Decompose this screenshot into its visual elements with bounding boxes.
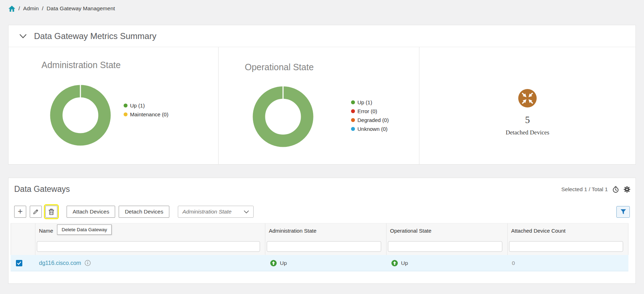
legend-dot-up <box>351 100 355 104</box>
legend-item: Up (1) <box>124 102 168 109</box>
breadcrumb-item-current: Data Gateway Management <box>47 5 115 12</box>
dropdown-selected-value: Administration State <box>182 209 232 215</box>
legend-dot-degraded <box>351 118 355 122</box>
administration-state-section: Administration State Up (1) Maintenance … <box>9 47 218 164</box>
metrics-body: Administration State Up (1) Maintenance … <box>9 47 635 164</box>
legend-label: Degraded (0) <box>357 117 389 123</box>
legend-dot-up <box>124 104 128 107</box>
checkbox-column-header <box>11 223 35 238</box>
admin-state-value: Up <box>280 260 287 266</box>
edit-gateway-button[interactable] <box>30 206 42 218</box>
oper-state-value: Up <box>401 260 408 266</box>
legend-item: Up (1) <box>351 99 389 105</box>
delete-tooltip: Delete Data Gateway <box>57 224 112 235</box>
name-filter-input[interactable] <box>37 241 260 252</box>
legend-label: Error (0) <box>357 108 377 114</box>
legend-dot-maintenance <box>124 112 128 116</box>
column-header-attached-count: Attached Device Count <box>508 223 628 238</box>
attached-count-filter-input[interactable] <box>509 241 623 252</box>
delete-gateway-button[interactable] <box>45 206 57 218</box>
gateways-toolbar: + Attach Devices Detach Devices Administ… <box>9 205 635 218</box>
trash-icon <box>48 208 55 215</box>
data-gateways-title: Data Gateways <box>14 184 70 194</box>
data-gateways-panel: Data Gateways Selected 1 / Total 1 <box>8 178 636 284</box>
operational-state-legend: Up (1) Error (0) Degraded (0) Unknown (0… <box>351 99 389 135</box>
selection-summary: Selected 1 / Total 1 <box>561 186 608 193</box>
legend-label: Maintenance (0) <box>130 111 168 117</box>
legend-dot-error <box>351 109 355 113</box>
attach-devices-button[interactable]: Attach Devices <box>67 206 115 218</box>
administration-state-donut-chart <box>50 85 111 147</box>
plus-icon: + <box>18 207 23 216</box>
metrics-summary-title: Data Gateway Metrics Summary <box>34 31 156 41</box>
legend-item: Unknown (0) <box>351 126 389 132</box>
breadcrumb-separator: / <box>42 5 43 12</box>
add-gateway-button[interactable]: + <box>14 206 26 218</box>
column-header-admin-state: Administration State <box>265 223 386 238</box>
operational-state-section: Operational State Up (1) Error (0) <box>218 47 419 164</box>
home-icon[interactable] <box>9 6 15 12</box>
detached-devices-stat: 5 Detached Devices <box>419 89 635 136</box>
administration-state-dropdown[interactable]: Administration State <box>178 206 254 218</box>
gateway-name-link[interactable]: dg116.cisco.com <box>39 260 81 266</box>
filter-funnel-icon <box>620 209 626 215</box>
detached-devices-count: 5 <box>419 115 635 126</box>
administration-state-legend: Up (1) Maintenance (0) <box>124 102 168 120</box>
legend-item: Degraded (0) <box>351 117 389 123</box>
row-checkbox-checked[interactable] <box>16 260 22 266</box>
oper-state-filter-input[interactable] <box>388 241 502 252</box>
metrics-summary-header: Data Gateway Metrics Summary <box>9 25 635 47</box>
gear-icon[interactable] <box>623 186 631 193</box>
operational-state-title: Operational State <box>245 62 314 72</box>
table-filter-row <box>11 238 628 255</box>
info-icon[interactable] <box>85 260 91 266</box>
legend-item: Error (0) <box>351 108 389 114</box>
breadcrumb-separator: / <box>18 5 20 12</box>
legend-label: Up (1) <box>357 99 372 105</box>
chevron-down-icon <box>244 210 249 213</box>
detached-devices-section: 5 Detached Devices <box>419 47 635 164</box>
legend-label: Up (1) <box>130 102 145 109</box>
detach-devices-button[interactable]: Detach Devices <box>119 206 169 218</box>
metrics-summary-panel: Data Gateway Metrics Summary Administrat… <box>8 25 636 165</box>
table-row: dg116.cisco.com Up <box>11 255 628 271</box>
detached-devices-label: Detached Devices <box>419 129 635 136</box>
legend-item: Maintenance (0) <box>124 111 168 117</box>
legend-label: Unknown (0) <box>357 126 388 132</box>
breadcrumb-item-admin[interactable]: Admin <box>23 5 39 12</box>
column-header-oper-state: Operational State <box>386 223 508 238</box>
legend-dot-unknown <box>351 127 355 131</box>
breadcrumb: / Admin / Data Gateway Management <box>0 0 644 16</box>
state-up-icon <box>270 260 277 266</box>
operational-state-donut-chart <box>253 86 313 149</box>
state-up-icon <box>391 260 398 266</box>
data-gateways-header: Data Gateways Selected 1 / Total 1 <box>9 178 635 194</box>
collapse-chevron-down-icon[interactable] <box>19 34 27 39</box>
administration-state-title: Administration State <box>41 60 121 70</box>
admin-state-filter-input[interactable] <box>267 241 381 252</box>
attached-device-count-value: 0 <box>512 260 515 266</box>
checkbox-filter-cell <box>11 238 35 255</box>
detached-devices-icon <box>518 89 537 107</box>
pencil-icon <box>33 209 39 215</box>
filter-button[interactable] <box>616 206 630 218</box>
refresh-timer-icon[interactable] <box>612 186 619 193</box>
